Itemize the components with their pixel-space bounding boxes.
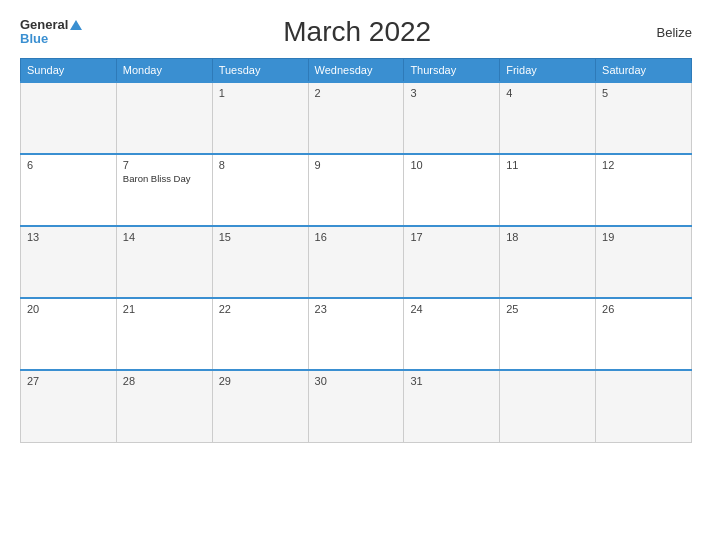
calendar-cell: 30	[308, 370, 404, 442]
calendar-cell: 13	[21, 226, 117, 298]
calendar-cell	[500, 370, 596, 442]
day-number: 6	[27, 159, 110, 171]
calendar-cell	[116, 82, 212, 154]
day-number: 13	[27, 231, 110, 243]
calendar-cell: 3	[404, 82, 500, 154]
calendar-cell: 31	[404, 370, 500, 442]
logo: General Blue	[20, 18, 82, 47]
day-number: 7	[123, 159, 206, 171]
day-number: 24	[410, 303, 493, 315]
calendar-title: March 2022	[82, 16, 632, 48]
calendar-cell: 16	[308, 226, 404, 298]
week-row-1: 12345	[21, 82, 692, 154]
day-number: 9	[315, 159, 398, 171]
day-number: 2	[315, 87, 398, 99]
day-number: 5	[602, 87, 685, 99]
calendar-cell	[21, 82, 117, 154]
day-number: 4	[506, 87, 589, 99]
day-number: 21	[123, 303, 206, 315]
day-number: 29	[219, 375, 302, 387]
calendar-cell: 7Baron Bliss Day	[116, 154, 212, 226]
calendar-cell: 12	[596, 154, 692, 226]
day-number: 10	[410, 159, 493, 171]
calendar-cell: 17	[404, 226, 500, 298]
calendar-cell: 18	[500, 226, 596, 298]
calendar-cell: 29	[212, 370, 308, 442]
day-number: 1	[219, 87, 302, 99]
weekday-header-saturday: Saturday	[596, 59, 692, 83]
day-number: 22	[219, 303, 302, 315]
week-row-2: 67Baron Bliss Day89101112	[21, 154, 692, 226]
weekday-header-row: SundayMondayTuesdayWednesdayThursdayFrid…	[21, 59, 692, 83]
calendar-cell: 15	[212, 226, 308, 298]
weekday-header-monday: Monday	[116, 59, 212, 83]
calendar-cell: 8	[212, 154, 308, 226]
day-number: 23	[315, 303, 398, 315]
week-row-5: 2728293031	[21, 370, 692, 442]
weekday-header-tuesday: Tuesday	[212, 59, 308, 83]
weekday-header-wednesday: Wednesday	[308, 59, 404, 83]
calendar-header: General Blue March 2022 Belize	[20, 16, 692, 48]
calendar-cell: 14	[116, 226, 212, 298]
week-row-3: 13141516171819	[21, 226, 692, 298]
weekday-header-thursday: Thursday	[404, 59, 500, 83]
calendar-cell: 1	[212, 82, 308, 154]
weekday-header-friday: Friday	[500, 59, 596, 83]
calendar-cell: 21	[116, 298, 212, 370]
calendar-cell: 10	[404, 154, 500, 226]
day-number: 12	[602, 159, 685, 171]
day-number: 15	[219, 231, 302, 243]
calendar-event: Baron Bliss Day	[123, 173, 206, 184]
day-number: 19	[602, 231, 685, 243]
logo-general-text: General	[20, 18, 68, 32]
calendar-page: General Blue March 2022 Belize SundayMon…	[0, 0, 712, 550]
calendar-cell: 27	[21, 370, 117, 442]
calendar-table: SundayMondayTuesdayWednesdayThursdayFrid…	[20, 58, 692, 443]
day-number: 18	[506, 231, 589, 243]
day-number: 16	[315, 231, 398, 243]
calendar-cell: 28	[116, 370, 212, 442]
calendar-cell	[596, 370, 692, 442]
calendar-cell: 25	[500, 298, 596, 370]
calendar-cell: 4	[500, 82, 596, 154]
calendar-cell: 22	[212, 298, 308, 370]
day-number: 31	[410, 375, 493, 387]
calendar-cell: 24	[404, 298, 500, 370]
logo-triangle-icon	[70, 20, 82, 30]
day-number: 8	[219, 159, 302, 171]
country-label: Belize	[632, 25, 692, 40]
calendar-cell: 6	[21, 154, 117, 226]
logo-blue-text: Blue	[20, 32, 48, 46]
weekday-header-sunday: Sunday	[21, 59, 117, 83]
calendar-cell: 19	[596, 226, 692, 298]
calendar-cell: 23	[308, 298, 404, 370]
calendar-cell: 20	[21, 298, 117, 370]
calendar-cell: 2	[308, 82, 404, 154]
day-number: 20	[27, 303, 110, 315]
calendar-cell: 11	[500, 154, 596, 226]
day-number: 25	[506, 303, 589, 315]
day-number: 30	[315, 375, 398, 387]
day-number: 3	[410, 87, 493, 99]
day-number: 26	[602, 303, 685, 315]
day-number: 27	[27, 375, 110, 387]
calendar-cell: 9	[308, 154, 404, 226]
day-number: 17	[410, 231, 493, 243]
day-number: 14	[123, 231, 206, 243]
calendar-cell: 5	[596, 82, 692, 154]
day-number: 28	[123, 375, 206, 387]
week-row-4: 20212223242526	[21, 298, 692, 370]
day-number: 11	[506, 159, 589, 171]
calendar-cell: 26	[596, 298, 692, 370]
